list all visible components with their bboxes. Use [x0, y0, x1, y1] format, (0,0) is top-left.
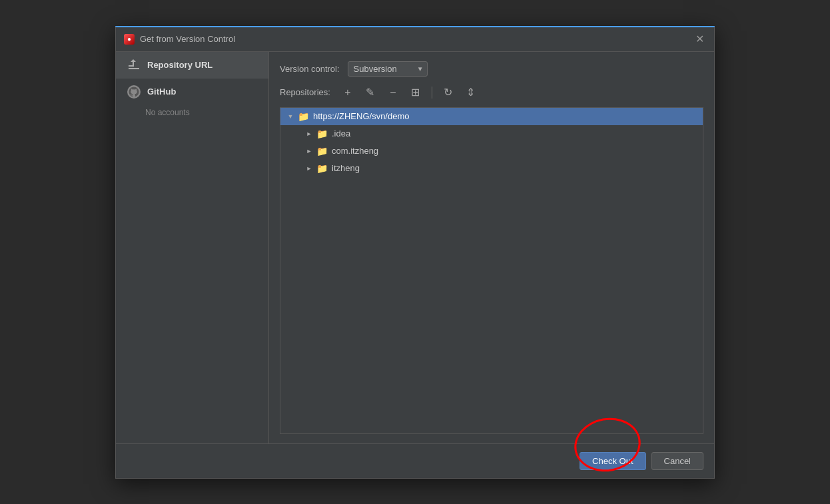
- tree-item-label-idea: .idea: [332, 128, 350, 138]
- copy-button[interactable]: ⊞: [408, 85, 424, 101]
- tree-item-label-comitzheng: com.itzheng: [332, 146, 378, 156]
- repositories-toolbar: Repositories: + ✎ − ⊞ ↻ ⇕: [280, 85, 703, 101]
- dialog-body: Repository URL GitHub No accounts Versio…: [116, 52, 714, 443]
- github-no-accounts: No accounts: [116, 105, 268, 121]
- folder-icon-itzheng: 📁: [316, 163, 328, 174]
- get-from-vcs-dialog: ● Get from Version Control ✕ Repository …: [115, 26, 715, 479]
- arrow-up-icon: [127, 59, 141, 72]
- repositories-label: Repositories:: [280, 87, 330, 97]
- remove-button[interactable]: −: [385, 85, 401, 101]
- tree-item-root[interactable]: ▼ 📁 https://ZHENG/svn/demo: [280, 108, 703, 125]
- close-button[interactable]: ✕: [693, 33, 706, 46]
- add-button[interactable]: +: [340, 85, 356, 101]
- github-icon: [127, 85, 141, 99]
- version-control-label: Version control:: [280, 64, 340, 74]
- checkout-button[interactable]: Check Out: [580, 452, 645, 470]
- tree-item-idea[interactable]: ► 📁 .idea: [280, 125, 703, 142]
- sidebar-item-label-github: GitHub: [147, 87, 176, 97]
- edit-button[interactable]: ✎: [362, 85, 378, 101]
- repository-tree[interactable]: ▼ 📁 https://ZHENG/svn/demo ► 📁 .idea ► 📁…: [280, 107, 703, 434]
- folder-icon-root: 📁: [298, 111, 309, 122]
- cancel-button[interactable]: Cancel: [651, 452, 703, 470]
- version-control-row: Version control: Git Subversion ▼: [280, 61, 703, 77]
- toolbar-divider: [432, 87, 432, 99]
- dialog-title: Get from Version Control: [140, 34, 235, 44]
- tree-toggle-itzheng[interactable]: ►: [304, 164, 314, 173]
- tree-toggle-expand-root[interactable]: ▼: [286, 112, 295, 121]
- refresh-button[interactable]: ↻: [440, 85, 456, 101]
- merge-button[interactable]: ⇕: [463, 85, 479, 101]
- sidebar-item-label-repository-url: Repository URL: [147, 60, 212, 70]
- svg-rect-3: [129, 68, 139, 69]
- version-control-dropdown[interactable]: Git Subversion: [348, 61, 428, 77]
- sidebar-item-github[interactable]: GitHub: [116, 79, 268, 105]
- github-item-content: GitHub: [147, 87, 176, 97]
- version-control-dropdown-wrapper: Git Subversion ▼: [348, 61, 428, 77]
- sidebar: Repository URL GitHub No accounts: [116, 52, 269, 443]
- dialog-icon: ●: [124, 34, 135, 45]
- tree-item-itzheng[interactable]: ► 📁 itzheng: [280, 160, 703, 177]
- svg-marker-2: [131, 59, 136, 62]
- title-bar-left: ● Get from Version Control: [124, 34, 235, 45]
- tree-item-label-itzheng: itzheng: [332, 163, 360, 173]
- tree-item-comitzheng[interactable]: ► 📁 com.itzheng: [280, 142, 703, 160]
- tree-item-label-root: https://ZHENG/svn/demo: [313, 111, 410, 121]
- svg-rect-1: [133, 62, 134, 67]
- dialog-footer: Check Out Cancel: [116, 443, 714, 478]
- title-bar: ● Get from Version Control ✕: [116, 27, 714, 52]
- main-content: Version control: Git Subversion ▼ Reposi…: [269, 52, 714, 443]
- tree-toggle-idea[interactable]: ►: [304, 129, 314, 138]
- folder-icon-idea: 📁: [316, 128, 328, 139]
- tree-toggle-comitzheng[interactable]: ►: [304, 146, 314, 156]
- sidebar-item-repository-url[interactable]: Repository URL: [116, 52, 268, 79]
- folder-icon-comitzheng: 📁: [316, 146, 328, 156]
